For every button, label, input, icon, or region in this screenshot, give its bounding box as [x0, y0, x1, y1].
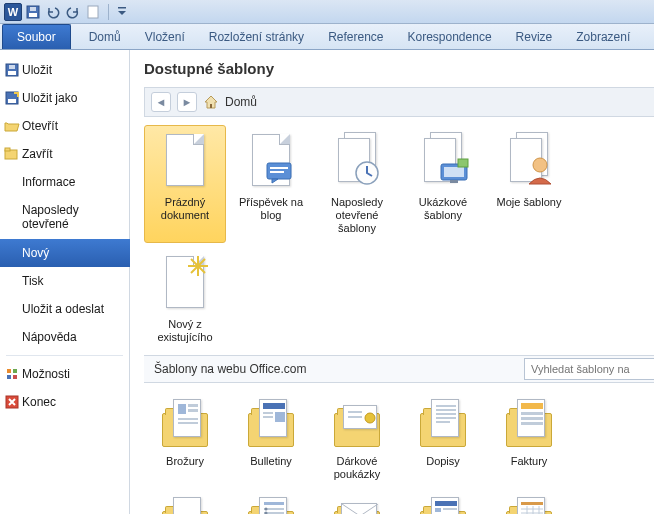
tab-view[interactable]: Zobrazení [564, 25, 642, 49]
sidebar-item-label: Naposledy otevřené [22, 203, 119, 232]
backstage: Uložit Uložit jako Otevřít Zavřít Inform… [0, 50, 654, 514]
sidebar-item-save[interactable]: Uložit [0, 56, 129, 84]
svg-rect-47 [436, 421, 450, 423]
svg-rect-35 [178, 422, 198, 424]
tab-insert[interactable]: Vložení [133, 25, 197, 49]
breadcrumb-bar: ◄ ► Domů [144, 87, 654, 117]
tab-layout[interactable]: Rozložení stránky [197, 25, 316, 49]
sidebar-separator [6, 355, 123, 356]
category-label: Prázdný dokument [147, 196, 223, 222]
page-title: Dostupné šablony [144, 60, 654, 77]
tab-references[interactable]: Reference [316, 25, 395, 49]
template-schedules[interactable]: Rozpisy [488, 489, 570, 514]
svg-rect-13 [13, 369, 17, 373]
category-label: Moje šablony [491, 196, 567, 209]
template-faxes[interactable]: Faxy [144, 489, 226, 514]
sidebar-item-label: Nápověda [22, 330, 77, 344]
sidebar-item-info[interactable]: Informace [0, 168, 129, 196]
category-blank-document[interactable]: Prázdný dokument [144, 125, 226, 243]
sidebar-item-label: Informace [22, 175, 75, 189]
blank-doc-icon [158, 132, 212, 192]
search-templates-input[interactable] [524, 358, 654, 380]
sidebar-item-recent[interactable]: Naposledy otevřené [0, 196, 129, 239]
sample-templates-icon [416, 132, 470, 192]
category-my-templates[interactable]: Moje šablony [488, 125, 570, 243]
nav-forward-button[interactable]: ► [177, 92, 197, 112]
tab-file[interactable]: Soubor [2, 24, 71, 49]
category-label: Nový z existujícího [147, 318, 223, 344]
sidebar-item-close[interactable]: Zavřít [0, 140, 129, 168]
folder-icon [329, 395, 385, 451]
backstage-sidebar: Uložit Uložit jako Otevřít Zavřít Inform… [0, 50, 130, 514]
svg-rect-17 [210, 104, 212, 108]
svg-rect-71 [521, 502, 543, 505]
svg-rect-50 [521, 417, 543, 420]
svg-rect-38 [263, 416, 273, 418]
app-icon[interactable]: W [4, 3, 22, 21]
save-icon[interactable] [24, 3, 42, 21]
svg-rect-46 [436, 417, 456, 419]
folder-icon [329, 493, 385, 514]
svg-rect-2 [30, 7, 36, 11]
template-newsletters[interactable]: Bulletiny [230, 391, 312, 485]
template-minutes[interactable]: Zápisy z jednání [230, 489, 312, 514]
svg-point-26 [533, 158, 547, 172]
svg-rect-40 [348, 411, 362, 413]
save-icon [4, 62, 20, 78]
svg-rect-25 [458, 159, 468, 167]
templates-grid: Brožury Bulletiny Dárkové poukázky [144, 383, 654, 514]
sidebar-item-options[interactable]: Možnosti [0, 360, 129, 388]
svg-rect-51 [521, 422, 543, 425]
template-categories: Prázdný dokument Příspěvek na blog Napos… [144, 117, 654, 355]
sidebar-item-help[interactable]: Nápověda [0, 323, 129, 351]
sidebar-item-label: Uložit a odeslat [22, 302, 104, 316]
sidebar-item-exit[interactable]: Konec [0, 388, 129, 416]
svg-rect-33 [188, 409, 198, 412]
redo-icon[interactable] [64, 3, 82, 21]
category-label: Ukázkové šablony [405, 196, 481, 222]
folder-icon [157, 395, 213, 451]
category-new-from-existing[interactable]: Nový z existujícího [144, 247, 226, 351]
tab-home[interactable]: Domů [77, 25, 133, 49]
template-brochures[interactable]: Brožury [144, 391, 226, 485]
svg-rect-49 [521, 412, 543, 415]
breadcrumb-label: Domů [225, 95, 257, 109]
sidebar-item-label: Uložit [22, 63, 52, 77]
tab-review[interactable]: Revize [504, 25, 565, 49]
svg-rect-3 [88, 6, 98, 18]
office-templates-header: Šablony na webu Office.com [144, 355, 654, 383]
template-label: Brožury [146, 455, 224, 468]
nav-back-button[interactable]: ◄ [151, 92, 171, 112]
svg-rect-64 [435, 501, 457, 506]
template-invoices[interactable]: Faktury [488, 391, 570, 485]
breadcrumb-home[interactable]: Domů [203, 94, 257, 110]
sidebar-item-save-as[interactable]: Uložit jako [0, 84, 129, 112]
svg-rect-1 [29, 13, 37, 17]
options-icon [4, 366, 20, 382]
svg-rect-31 [178, 404, 186, 414]
folder-icon [501, 395, 557, 451]
svg-rect-43 [436, 405, 456, 407]
template-letters[interactable]: Dopisy [402, 391, 484, 485]
category-sample-templates[interactable]: Ukázkové šablony [402, 125, 484, 243]
sidebar-item-open[interactable]: Otevřít [0, 112, 129, 140]
sidebar-item-new[interactable]: Nový [0, 239, 130, 267]
qat-customize-icon[interactable] [113, 3, 131, 21]
new-doc-icon[interactable] [84, 3, 102, 21]
sidebar-item-save-send[interactable]: Uložit a odeslat [0, 295, 129, 323]
sidebar-item-print[interactable]: Tisk [0, 267, 129, 295]
sidebar-item-label: Tisk [22, 274, 44, 288]
svg-rect-7 [9, 65, 15, 69]
sidebar-item-label: Možnosti [22, 367, 70, 381]
svg-rect-12 [7, 369, 11, 373]
template-gift-certificates[interactable]: Dárkové poukázky [316, 391, 398, 485]
template-envelopes[interactable]: Obálky [316, 489, 398, 514]
undo-icon[interactable] [44, 3, 62, 21]
folder-icon [415, 493, 471, 514]
template-planners[interactable]: Plánovače [402, 489, 484, 514]
tab-mailings[interactable]: Korespondence [396, 25, 504, 49]
svg-point-60 [265, 508, 268, 511]
category-recent-templates[interactable]: Naposledy otevřené šablony [316, 125, 398, 243]
category-blog-post[interactable]: Příspěvek na blog [230, 125, 312, 243]
ribbon-tabs: Soubor Domů Vložení Rozložení stránky Re… [0, 24, 654, 50]
